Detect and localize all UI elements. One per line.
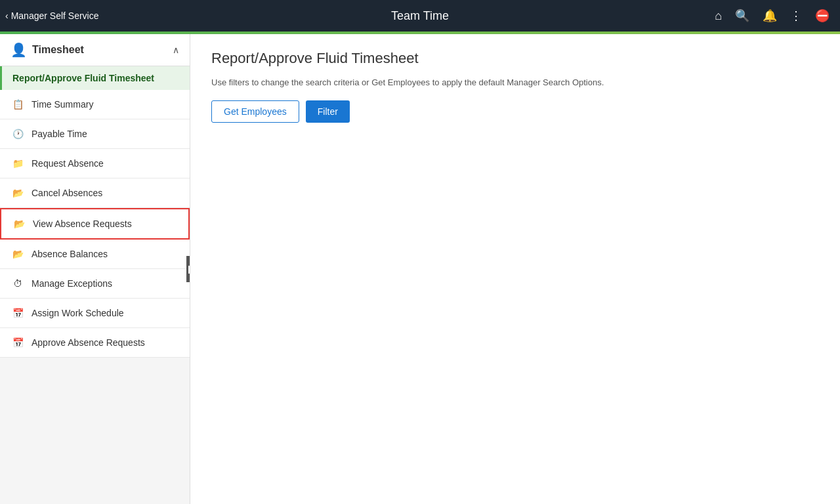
absence-balances-icon: 📂 — [10, 247, 25, 261]
page-title: Report/Approve Fluid Timesheet — [211, 50, 819, 67]
sidebar-collapse-handle[interactable]: ❚❚ — [186, 256, 190, 282]
sidebar-item-time-summary[interactable]: 📋 Time Summary — [0, 90, 190, 119]
sidebar-item-manage-exceptions[interactable]: ⏱ Manage Exceptions — [0, 269, 190, 299]
sidebar-item-request-absence[interactable]: 📁 Request Absence — [0, 149, 190, 178]
sidebar-active-item[interactable]: Report/Approve Fluid Timesheet — [0, 66, 190, 90]
sidebar: 👤 Timesheet ∧ Report/Approve Fluid Times… — [0, 34, 190, 504]
sidebar-item-label: Request Absence — [32, 158, 104, 169]
time-summary-icon: 📋 — [10, 97, 25, 112]
sidebar-item-label: Time Summary — [32, 99, 93, 110]
topbar-icons: ⌂ 🔍 🔔 ⋮ ⛔ — [715, 9, 840, 23]
timesheet-icon: 👤 — [10, 42, 27, 58]
back-arrow-icon: ‹ — [5, 10, 9, 21]
assign-work-schedule-icon: 📅 — [10, 306, 25, 320]
block-icon[interactable]: ⛔ — [815, 9, 830, 23]
payable-time-icon: 🕐 — [10, 127, 25, 141]
sidebar-item-approve-absence-requests[interactable]: 📅 Approve Absence Requests — [0, 328, 190, 358]
sidebar-item-label: Assign Work Schedule — [32, 308, 124, 318]
sidebar-item-label: View Absence Requests — [33, 219, 132, 229]
sidebar-header-left: 👤 Timesheet — [10, 42, 84, 58]
home-icon[interactable]: ⌂ — [715, 9, 722, 23]
content-area: Report/Approve Fluid Timesheet Use filte… — [190, 34, 840, 504]
collapse-handle-icon: ❚❚ — [186, 264, 190, 274]
view-absence-requests-icon: 📂 — [12, 217, 26, 231]
topbar-title: Team Time — [391, 9, 449, 23]
bell-icon[interactable]: 🔔 — [763, 9, 777, 23]
sidebar-item-label: Manage Exceptions — [32, 278, 112, 289]
manage-exceptions-icon: ⏱ — [10, 276, 25, 291]
cancel-absences-icon: 📂 — [10, 186, 25, 200]
get-employees-button[interactable]: Get Employees — [211, 100, 299, 123]
sidebar-item-assign-work-schedule[interactable]: 📅 Assign Work Schedule — [0, 299, 190, 328]
sidebar-item-label: Payable Time — [32, 129, 87, 139]
sidebar-item-view-absence-requests[interactable]: 📂 View Absence Requests — [0, 208, 190, 240]
request-absence-icon: 📁 — [10, 156, 25, 171]
content-buttons: Get Employees Filter — [211, 100, 819, 123]
sidebar-item-cancel-absences[interactable]: 📂 Cancel Absences — [0, 178, 190, 208]
sidebar-item-payable-time[interactable]: 🕐 Payable Time — [0, 119, 190, 149]
topbar: ‹ Manager Self Service Team Time ⌂ 🔍 🔔 ⋮… — [0, 0, 840, 32]
filter-button[interactable]: Filter — [306, 100, 350, 123]
sidebar-collapse-chevron[interactable]: ∧ — [173, 45, 179, 55]
back-label: Manager Self Service — [11, 10, 99, 21]
sidebar-item-label: Absence Balances — [32, 249, 108, 259]
more-icon[interactable]: ⋮ — [790, 9, 802, 23]
sidebar-header-label: Timesheet — [32, 44, 84, 56]
search-icon[interactable]: 🔍 — [735, 9, 749, 23]
sidebar-item-label: Cancel Absences — [32, 188, 102, 198]
sidebar-item-label: Approve Absence Requests — [32, 337, 145, 348]
sidebar-item-absence-balances[interactable]: 📂 Absence Balances — [0, 240, 190, 269]
back-nav[interactable]: ‹ Manager Self Service — [0, 10, 99, 21]
content-description: Use filters to change the search criteri… — [211, 77, 819, 87]
sidebar-header: 👤 Timesheet ∧ — [0, 34, 190, 66]
approve-absence-requests-icon: 📅 — [10, 335, 25, 350]
main-layout: 👤 Timesheet ∧ Report/Approve Fluid Times… — [0, 34, 840, 504]
